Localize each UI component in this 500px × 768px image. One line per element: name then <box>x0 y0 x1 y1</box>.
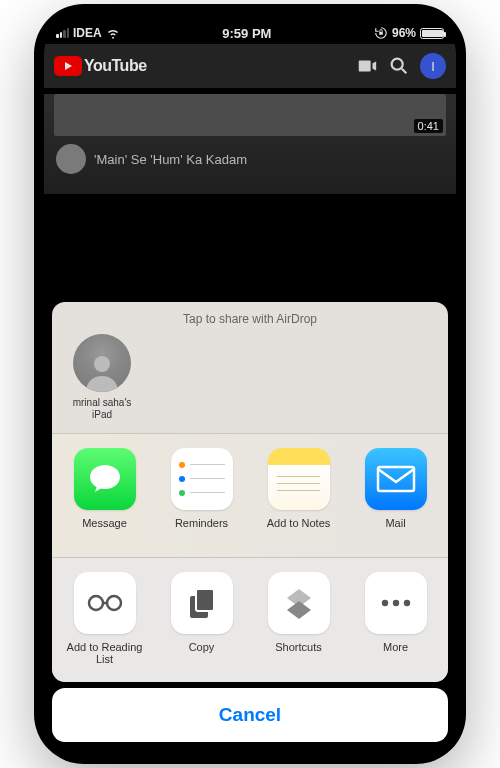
svg-point-11 <box>403 600 409 606</box>
svg-point-2 <box>94 356 110 372</box>
airdrop-target[interactable]: mrinal saha's iPad <box>66 334 138 421</box>
share-app-label: Mail <box>385 517 405 541</box>
share-app-reminders[interactable]: Reminders <box>159 448 244 541</box>
action-label: Shortcuts <box>275 641 321 665</box>
share-app-label: Add to Notes <box>267 517 331 541</box>
airdrop-target-label: mrinal saha's iPad <box>66 397 138 421</box>
person-silhouette-icon <box>73 334 131 392</box>
share-app-label: Reminders <box>175 517 228 541</box>
share-sheet-overlay: Tap to share with AirDrop mrinal saha's … <box>44 14 456 754</box>
share-app-notes[interactable]: Add to Notes <box>256 448 341 541</box>
action-shortcuts[interactable]: Shortcuts <box>256 572 341 666</box>
share-app-label: Message <box>82 517 127 541</box>
airdrop-hint: Tap to share with AirDrop <box>52 310 448 334</box>
svg-rect-8 <box>196 589 214 611</box>
action-label: Copy <box>189 641 215 665</box>
shortcuts-icon <box>268 572 330 634</box>
cancel-button[interactable]: Cancel <box>52 688 448 742</box>
action-more[interactable]: More <box>353 572 438 666</box>
share-app-mail[interactable]: Mail <box>353 448 438 541</box>
svg-point-3 <box>90 465 120 489</box>
share-app-message[interactable]: Message <box>62 448 147 541</box>
reading-list-icon <box>74 572 136 634</box>
notes-icon <box>268 448 330 510</box>
share-apps-row[interactable]: Message <box>52 434 448 557</box>
svg-point-10 <box>392 600 398 606</box>
svg-point-9 <box>381 600 387 606</box>
svg-rect-4 <box>378 467 414 491</box>
screen: IDEA 9:59 PM 96% YouTube I <box>44 14 456 754</box>
svg-point-5 <box>89 596 103 610</box>
more-icon <box>365 572 427 634</box>
svg-point-6 <box>107 596 121 610</box>
action-label: More <box>383 641 408 665</box>
mail-icon <box>365 448 427 510</box>
reminders-icon <box>171 448 233 510</box>
device-frame: IDEA 9:59 PM 96% YouTube I <box>34 4 466 764</box>
cancel-label: Cancel <box>219 704 281 726</box>
message-icon <box>74 448 136 510</box>
share-actions-row[interactable]: Add to Reading List Copy Shortcuts <box>52 558 448 682</box>
share-sheet: Tap to share with AirDrop mrinal saha's … <box>52 302 448 682</box>
action-label: Add to Reading List <box>62 641 147 666</box>
action-reading-list[interactable]: Add to Reading List <box>62 572 147 666</box>
action-copy[interactable]: Copy <box>159 572 244 666</box>
airdrop-section: Tap to share with AirDrop mrinal saha's … <box>52 302 448 433</box>
copy-icon <box>171 572 233 634</box>
